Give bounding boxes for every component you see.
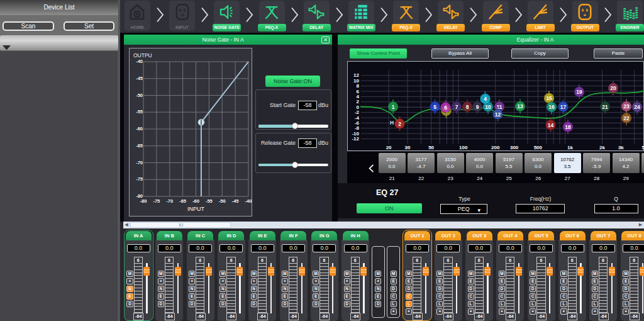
svg-text:1: 1 bbox=[392, 104, 395, 110]
svg-text:2: 2 bbox=[398, 121, 401, 127]
svg-text:21: 21 bbox=[602, 104, 608, 110]
svg-text:23: 23 bbox=[623, 103, 630, 110]
svg-text:20: 20 bbox=[610, 85, 616, 91]
svg-text:12: 12 bbox=[495, 111, 501, 118]
svg-text:16: 16 bbox=[548, 104, 555, 110]
svg-text:19: 19 bbox=[576, 89, 582, 95]
svg-text:22: 22 bbox=[623, 115, 630, 121]
svg-text:10: 10 bbox=[485, 104, 491, 110]
svg-text:4: 4 bbox=[484, 96, 487, 102]
svg-text:7: 7 bbox=[455, 104, 458, 110]
svg-text:H: H bbox=[390, 120, 394, 126]
svg-text:5: 5 bbox=[433, 104, 436, 110]
svg-text:14: 14 bbox=[548, 122, 554, 128]
svg-text:17: 17 bbox=[560, 104, 567, 110]
svg-text:6: 6 bbox=[444, 104, 447, 111]
svg-text:18: 18 bbox=[565, 124, 571, 130]
svg-text:9: 9 bbox=[476, 104, 479, 110]
svg-text:24: 24 bbox=[634, 104, 640, 110]
svg-text:8: 8 bbox=[466, 104, 469, 110]
svg-text:13: 13 bbox=[517, 103, 523, 110]
